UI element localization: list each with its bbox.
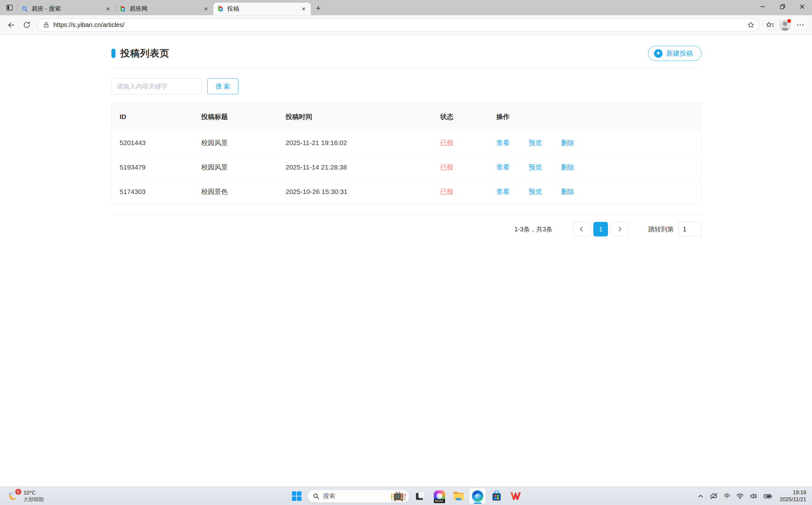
next-page-button[interactable] — [611, 222, 629, 236]
tab-title: 投稿 — [227, 5, 299, 13]
delete-link[interactable]: 删除 — [561, 187, 574, 196]
file-explorer-button[interactable] — [450, 488, 467, 504]
moon-cloud-weather-icon: 5 — [7, 489, 20, 503]
status-badge: 已投 — [432, 163, 488, 172]
copilot-m365-button[interactable]: M365 — [431, 488, 448, 504]
cell-title: 校园景色 — [193, 187, 278, 196]
cell-title: 校园风景 — [193, 163, 278, 172]
window-minimize-icon[interactable] — [753, 0, 773, 13]
tab-actions-icon[interactable] — [3, 1, 16, 14]
tab-title: 易班 - 搜索 — [31, 5, 104, 13]
browser-tab-bar: 易班 - 搜索 ✕ 易班网 ✕ 投稿 ✕ + — [0, 0, 812, 15]
address-bar[interactable]: https://s.yiban.cn/articles/ — [37, 18, 759, 32]
edge-icon — [472, 490, 483, 502]
ime-language-indicator[interactable]: 中 — [724, 492, 730, 500]
weather-widget[interactable]: 5 10°C 大部晴朗 — [7, 487, 44, 505]
cell-id: 5201443 — [112, 139, 193, 147]
back-icon[interactable] — [5, 19, 18, 31]
new-tab-icon[interactable]: + — [313, 3, 324, 13]
yiban-favicon-icon — [119, 5, 126, 12]
windows-logo-icon — [291, 491, 302, 502]
onedrive-paused-icon[interactable] — [710, 493, 718, 500]
tab-title: 易班网 — [130, 5, 202, 13]
reload-icon[interactable] — [20, 19, 33, 31]
window-close-icon[interactable] — [792, 0, 812, 13]
articles-table: ID 投稿标题 投稿时间 状态 操作 5201443 校园风景 2025-11-… — [112, 103, 701, 204]
profile-avatar[interactable] — [778, 18, 792, 32]
edge-browser-button[interactable] — [469, 488, 486, 504]
cell-title: 校园风景 — [193, 138, 278, 147]
copilot-icon: M365 — [434, 490, 445, 502]
browser-tab-1[interactable]: 易班 - 搜索 ✕ — [17, 3, 115, 15]
table-row: 5193479 校园风景 2025-11-14 21:28:38 已投 查看 预… — [112, 155, 701, 179]
task-view-icon — [415, 491, 426, 502]
column-header-status: 状态 — [432, 112, 488, 121]
view-link[interactable]: 查看 — [496, 138, 510, 147]
browser-tab-2[interactable]: 易班网 ✕ — [116, 3, 213, 15]
cell-id: 5174303 — [112, 188, 193, 195]
status-badge: 已投 — [432, 187, 488, 196]
delete-link[interactable]: 删除 — [561, 163, 574, 172]
clock-date: 2025/11/21 — [780, 496, 806, 503]
page-title: 投稿列表页 — [120, 47, 169, 60]
cell-id: 5193479 — [112, 163, 193, 171]
notification-dot — [787, 19, 791, 23]
wps-office-button[interactable] — [508, 488, 524, 504]
yiban-favicon-icon — [217, 5, 224, 12]
browser-tab-3-active[interactable]: 投稿 ✕ — [213, 3, 311, 15]
cell-time: 2025-11-21 19:16:02 — [278, 139, 432, 147]
preview-link[interactable]: 预览 — [529, 187, 542, 196]
url-text: https://s.yiban.cn/articles/ — [53, 21, 747, 29]
file-explorer-icon — [452, 491, 464, 502]
new-post-button-label: 新建投稿 — [666, 49, 693, 58]
preview-link[interactable]: 预览 — [529, 138, 542, 147]
start-button[interactable] — [288, 488, 305, 504]
search-button[interactable]: 搜 索 — [207, 78, 238, 94]
search-favicon-icon — [21, 5, 28, 12]
window-controls — [753, 0, 812, 13]
volume-icon[interactable] — [750, 493, 758, 499]
tab-close-icon[interactable]: ✕ — [202, 5, 210, 13]
battery-charging-icon[interactable] — [764, 493, 772, 499]
preview-link[interactable]: 预览 — [529, 163, 542, 172]
microsoft-store-button[interactable] — [488, 488, 505, 504]
search-row: 搜 索 — [112, 78, 701, 94]
tab-close-icon[interactable]: ✕ — [299, 5, 308, 13]
microsoft-store-icon — [491, 491, 502, 502]
window-restore-icon[interactable] — [773, 0, 792, 13]
search-icon — [313, 493, 320, 500]
view-link[interactable]: 查看 — [496, 187, 510, 196]
new-post-button[interactable]: + 新建投稿 — [648, 46, 701, 61]
keyword-search-input[interactable] — [112, 78, 202, 94]
taskbar: 5 10°C 大部晴朗 搜索 — [0, 487, 812, 505]
plus-icon: + — [654, 49, 662, 58]
page-header: 投稿列表页 + 新建投稿 — [112, 35, 701, 61]
weather-alert-badge: 5 — [15, 489, 22, 495]
delete-link[interactable]: 删除 — [561, 138, 574, 147]
taskbar-search-box[interactable]: 搜索 — [308, 489, 410, 503]
current-page-button[interactable]: 1 — [593, 222, 608, 236]
chevron-left-icon — [579, 226, 585, 232]
status-badge: 已投 — [432, 138, 488, 147]
lock-icon — [43, 22, 49, 28]
tab-close-icon[interactable]: ✕ — [104, 5, 112, 13]
browser-menu-icon[interactable]: ⋯ — [794, 18, 807, 32]
tray-chevron-up-icon[interactable] — [697, 493, 704, 499]
column-header-actions: 操作 — [488, 112, 701, 121]
column-header-time: 投稿时间 — [278, 112, 432, 121]
view-link[interactable]: 查看 — [496, 163, 510, 172]
jump-to-page-label: 跳转到第 — [648, 225, 674, 233]
page-content: 投稿列表页 + 新建投稿 搜 索 ID 投稿标题 投稿时间 状态 操作 — [0, 35, 812, 487]
m365-badge: M365 — [434, 499, 445, 503]
task-view-button[interactable] — [412, 488, 429, 504]
column-header-id: ID — [112, 113, 193, 121]
prev-page-button[interactable] — [573, 222, 591, 236]
taskbar-center: 搜索 M3 — [288, 487, 524, 505]
wifi-icon[interactable] — [736, 493, 744, 499]
pagination-summary: 1-3条，共3条 — [515, 225, 553, 233]
jump-to-page-input[interactable] — [679, 222, 701, 236]
system-tray: 中 19:16 2025/11/21 — [697, 487, 806, 505]
favorite-star-icon[interactable] — [747, 21, 755, 29]
favorites-bar-icon[interactable] — [763, 18, 777, 32]
taskbar-clock[interactable]: 19:16 2025/11/21 — [780, 489, 806, 503]
